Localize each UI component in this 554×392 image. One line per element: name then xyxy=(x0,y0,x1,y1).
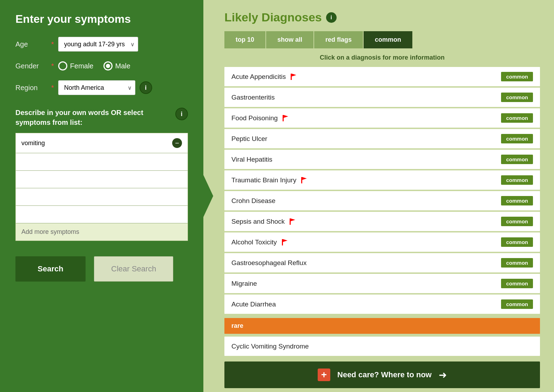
tab-showall[interactable]: show all xyxy=(266,31,313,48)
diagnosis-name: Crohn Disease xyxy=(231,197,276,205)
common-badge: common xyxy=(501,93,533,102)
red-flag-icon xyxy=(281,239,288,245)
region-select[interactable]: North America Europe Asia Africa South A… xyxy=(58,80,135,95)
svg-rect-2 xyxy=(283,115,284,121)
symptom-row-4 xyxy=(16,188,188,206)
diagnosis-row[interactable]: Gastroesophageal Reflux common xyxy=(224,253,540,272)
diagnosis-name: Food Poisoning xyxy=(231,114,288,122)
diagnosis-row[interactable]: Acute Appendicitis common xyxy=(224,67,540,86)
add-more-symptoms[interactable]: Add more symptoms xyxy=(16,223,188,241)
diagnosis-name: Acute Appendicitis xyxy=(231,73,296,81)
female-radio[interactable] xyxy=(58,61,67,70)
symptom-input-3[interactable] xyxy=(21,176,182,183)
diagnosis-row[interactable]: Sepsis and Shock common xyxy=(224,212,540,231)
region-required: * xyxy=(51,84,54,92)
svg-rect-4 xyxy=(301,177,302,183)
tab-top10[interactable]: top 10 xyxy=(224,31,265,48)
common-badge: common xyxy=(501,72,533,81)
common-badge: common xyxy=(501,299,533,309)
diagnosis-name: Gastroenteritis xyxy=(231,94,275,101)
describe-text: Describe in your own words OR select sym… xyxy=(15,108,171,127)
click-hint: Click on a diagnosis for more informatio… xyxy=(224,54,540,61)
diagnosis-name: Sepsis and Shock xyxy=(231,218,295,225)
tab-redflags[interactable]: red flags xyxy=(314,31,363,48)
region-controls: North America Europe Asia Africa South A… xyxy=(58,80,152,95)
age-required: * xyxy=(51,40,54,48)
symptom-input-2[interactable] xyxy=(21,158,182,165)
diagnosis-row[interactable]: Crohn Disease common xyxy=(224,191,540,210)
diagnosis-name: Viral Hepatitis xyxy=(231,156,272,163)
diagnosis-name: Cyclic Vomiting Syndrome xyxy=(231,343,309,350)
diagnosis-row[interactable]: Food Poisoning common xyxy=(224,108,540,128)
svg-marker-7 xyxy=(291,218,295,221)
rare-divider: rare xyxy=(224,318,540,334)
common-badge: common xyxy=(501,134,533,143)
svg-rect-8 xyxy=(282,239,283,245)
diagnosis-name: Alcohol Toxicity xyxy=(231,238,288,246)
common-badge: common xyxy=(501,237,533,247)
svg-marker-3 xyxy=(284,115,288,118)
diagnoses-title-text: Likely Diagnoses xyxy=(224,11,322,24)
symptom-input-5[interactable] xyxy=(21,211,182,218)
symptom-row-5 xyxy=(16,206,188,223)
red-flag-icon xyxy=(300,177,307,183)
diagnosis-row[interactable]: Peptic Ulcer common xyxy=(224,129,540,148)
arrow-right-icon: ➜ xyxy=(439,369,447,381)
symptoms-box: − Add more symptoms xyxy=(15,133,188,241)
search-button[interactable]: Search xyxy=(15,256,86,282)
diagnosis-row-rare[interactable]: Cyclic Vomiting Syndrome common xyxy=(224,337,540,356)
symptom-row-1: − xyxy=(16,133,188,153)
male-option[interactable]: Male xyxy=(103,61,130,70)
common-badge: common xyxy=(501,196,533,205)
remove-symptom-1-button[interactable]: − xyxy=(172,138,182,148)
gender-options: Female Male xyxy=(58,61,130,70)
region-info-button[interactable]: i xyxy=(140,81,152,94)
diagnosis-row[interactable]: Traumatic Brain Injury common xyxy=(224,170,540,190)
diagnoses-info-button[interactable]: i xyxy=(326,12,337,23)
tab-common[interactable]: common xyxy=(364,31,412,48)
common-badge: common xyxy=(501,217,533,226)
svg-rect-6 xyxy=(290,218,291,225)
symptom-input-4[interactable] xyxy=(21,193,182,201)
clear-search-button[interactable]: Clear Search xyxy=(94,256,173,282)
diagnosis-row[interactable]: Gastroenteritis common xyxy=(224,88,540,107)
symptom-input-1[interactable] xyxy=(21,140,172,147)
common-badge: common xyxy=(501,155,533,164)
common-badge: common xyxy=(501,279,533,288)
diagnosis-row[interactable]: Acute Diarrhea common xyxy=(224,295,540,314)
svg-marker-1 xyxy=(292,74,296,76)
diagnosis-name: Acute Diarrhea xyxy=(231,300,276,308)
where-to-now-text: Need care? Where to now xyxy=(337,370,432,379)
age-select-wrapper: child 0-2 yrs child 3-12 yrs teenager 13… xyxy=(58,37,138,52)
cross-icon xyxy=(318,369,330,381)
male-radio[interactable] xyxy=(103,61,113,70)
symptom-row-2 xyxy=(16,153,188,171)
diagnosis-row[interactable]: Migraine common xyxy=(224,274,540,293)
left-panel: Enter your symptoms Age * child 0-2 yrs … xyxy=(0,0,203,392)
svg-marker-5 xyxy=(302,177,307,180)
red-flag-icon xyxy=(290,74,296,80)
button-row: Search Clear Search xyxy=(15,256,188,282)
age-select[interactable]: child 0-2 yrs child 3-12 yrs teenager 13… xyxy=(58,37,138,52)
region-select-wrapper: North America Europe Asia Africa South A… xyxy=(58,80,135,95)
svg-rect-0 xyxy=(291,74,292,80)
describe-section: Describe in your own words OR select sym… xyxy=(15,108,188,241)
diagnosis-row[interactable]: Alcohol Toxicity common xyxy=(224,232,540,252)
diagnosis-list: Acute Appendicitis common Gastroenteriti… xyxy=(224,67,540,356)
red-flag-icon xyxy=(282,115,288,121)
diagnosis-name: Peptic Ulcer xyxy=(231,135,267,143)
describe-info-button[interactable]: i xyxy=(175,108,188,120)
tab-bar: top 10 show all red flags common xyxy=(224,31,540,48)
diagnosis-name: Traumatic Brain Injury xyxy=(231,176,307,184)
diagnosis-name: Migraine xyxy=(231,280,257,288)
common-badge: common xyxy=(501,113,533,123)
panel-title: Enter your symptoms xyxy=(15,13,188,26)
diagnosis-name: Gastroesophageal Reflux xyxy=(231,259,306,267)
female-option[interactable]: Female xyxy=(58,61,94,70)
where-to-now-button[interactable]: Need care? Where to now ➜ xyxy=(224,361,540,388)
gender-row: Gender * Female Male xyxy=(15,61,188,70)
symptom-row-3 xyxy=(16,171,188,188)
age-row: Age * child 0-2 yrs child 3-12 yrs teena… xyxy=(15,37,188,52)
diagnosis-row[interactable]: Viral Hepatitis common xyxy=(224,150,540,169)
svg-marker-9 xyxy=(283,239,288,242)
